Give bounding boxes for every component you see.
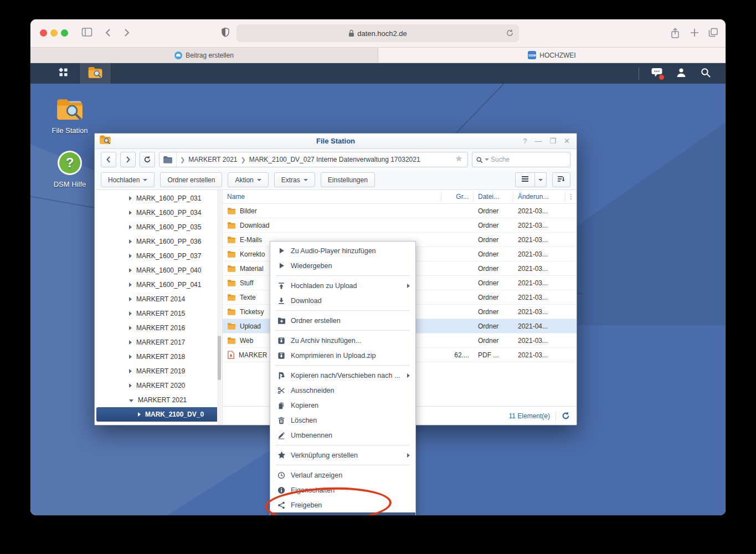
menu-item-download[interactable]: Download [270,293,415,308]
column-header-type[interactable]: Datei... [474,192,513,202]
menu-item-eigenschaften[interactable]: Eigenschaften [270,483,415,497]
menu-item-ordner-erstellen[interactable]: Ordner erstellen [270,313,415,328]
tree-item-mark-1600-pp-041[interactable]: MARK_1600_PP_041 [95,278,222,292]
tree-item-markert-2019[interactable]: MARKERT 2019 [95,364,222,378]
window-minimize-button[interactable]: — [534,137,542,145]
menu-item-komprimieren-in-upload-zip[interactable]: Komprimieren in Upload.zip [270,348,415,363]
tree-collapsed-icon[interactable] [138,412,141,417]
taskbar-file-station-button[interactable] [79,63,111,84]
tree-item-markert-2018[interactable]: MARKERT 2018 [95,350,222,364]
tree-collapsed-icon[interactable] [129,340,132,345]
tree-item-mark-1600-pp-035[interactable]: MARK_1600_PP_035 [95,220,222,234]
nav-refresh-button[interactable] [140,152,155,167]
desktop-icon-dsm-hilfe[interactable]: ? DSM Hilfe [43,150,96,188]
list-view-button[interactable] [515,172,535,187]
view-mode-caret-button[interactable] [535,172,547,187]
tree-collapsed-icon[interactable] [129,239,132,244]
forward-icon[interactable] [121,27,131,40]
tree-item-mark-1600-pp-037[interactable]: MARK_1600_PP_037 [95,249,222,263]
table-row-download[interactable]: DownloadOrdner2021-03... [223,218,577,233]
tree-collapsed-icon[interactable] [129,355,132,359]
menu-item-verlauf-anzeigen[interactable]: Verlauf anzeigen [270,468,415,483]
privacy-shield-icon[interactable] [221,27,230,40]
window-titlebar[interactable]: File Station ? — ❐ ✕ [95,134,577,149]
scrollbar-thumb[interactable] [218,336,221,381]
tree-collapsed-icon[interactable] [129,283,132,287]
search-scope-caret[interactable] [485,158,489,161]
menu-item-zu-archiv-hinzufügen[interactable]: Zu Archiv hinzufügen... [270,333,415,348]
tab-beitrag-erstellen[interactable]: Beitrag erstellen [30,48,378,63]
column-options-icon[interactable]: ⋮ [565,192,577,202]
toolbar-button-aktion[interactable]: Aktion [228,172,268,187]
tree-item-markert-2015[interactable]: MARKERT 2015 [95,306,222,321]
notifications-button[interactable] [647,63,667,84]
main-menu-button[interactable] [47,63,79,84]
new-tab-icon[interactable] [690,27,700,40]
breadcrumb-segment[interactable]: MARKERT 2021 [188,156,237,163]
toolbar-button-hochladen[interactable]: Hochladen [101,172,155,187]
tree-item-markert-2014[interactable]: MARKERT 2014 [95,292,222,306]
menu-item-verknüpfung-erstellen[interactable]: Verknüpfung erstellen [270,448,415,463]
nav-forward-button[interactable] [120,152,136,167]
toolbar-button-extras[interactable]: Extras [274,172,315,187]
tree-item-markert-2016[interactable]: MARKERT 2016 [95,321,222,335]
column-header-name[interactable]: Name [223,192,441,202]
menu-item-hochladen-zu-upload[interactable]: Hochladen zu Upload [270,278,415,293]
tree-item-mark-2100-dv-0[interactable]: MARK_2100_DV_0 [96,407,220,422]
nav-back-button[interactable] [101,152,116,167]
tree-collapsed-icon[interactable] [129,326,132,330]
menu-item-kopieren-nach-verschieben-nach[interactable]: Kopieren nach/Verschieben nach ... [270,368,415,383]
menu-item-ausschneiden[interactable]: Ausschneiden [270,383,415,398]
column-header-modified[interactable]: Änderun... [513,192,565,202]
back-icon[interactable] [104,27,114,40]
search-box[interactable] [472,152,570,167]
tree-item-mark-1600-pp-031[interactable]: MARK_1600_PP_031 [95,191,222,206]
search-button[interactable] [696,63,716,84]
window-help-button[interactable]: ? [523,137,527,145]
window-close-button[interactable]: ✕ [564,137,570,145]
tab-overview-icon[interactable] [708,27,719,40]
tree-item-markert-2021[interactable]: MARKERT 2021 [95,393,222,407]
column-header-size[interactable]: Gr... [441,192,474,202]
tree-collapsed-icon[interactable] [129,254,132,258]
tree-collapsed-icon[interactable] [129,369,132,373]
tree-collapsed-icon[interactable] [129,311,132,316]
tree-collapsed-icon[interactable] [129,211,132,215]
reload-icon[interactable] [506,28,514,39]
minimize-traffic-light[interactable] [50,29,58,37]
tree-collapsed-icon[interactable] [129,196,132,201]
menu-item-zu-audio-player-hinzufügen[interactable]: Zu Audio-Player hinzufügen [270,243,415,258]
tree-expanded-icon[interactable] [129,399,133,402]
tree-item-mark-1600-pp-040[interactable]: MARK_1600_PP_040 [95,263,222,278]
view-mode-split-button[interactable] [515,172,547,187]
sidebar-scrollbar[interactable] [217,190,222,425]
menu-item-kopieren[interactable]: Kopieren [270,398,415,413]
menu-item-umbenennen[interactable]: Umbenennen [270,428,415,443]
tree-collapsed-icon[interactable] [129,225,132,229]
menu-item-dateianforderung-erstellen[interactable]: Dateianforderung erstellen [270,512,415,515]
menu-item-wiedergeben[interactable]: Wiedergeben [270,258,415,273]
search-input[interactable] [491,156,567,163]
zoom-traffic-light[interactable] [61,29,68,37]
favorite-star-icon[interactable] [455,155,467,165]
breadcrumb-root-chip[interactable] [160,152,177,167]
tree-item-markert-2020[interactable]: MARKERT 2020 [95,378,222,393]
share-icon[interactable] [670,27,680,42]
tab-hochzwei[interactable]: DSM HOCHZWEI [378,48,726,63]
user-options-button[interactable] [671,63,691,84]
table-row-bilder[interactable]: BilderOrdner2021-03... [223,204,577,218]
tree-item-mark-1600-pp-036[interactable]: MARK_1600_PP_036 [95,234,222,249]
tree-item-markert-2017[interactable]: MARKERT 2017 [95,335,222,350]
tree-collapsed-icon[interactable] [129,383,132,388]
sidebar-toggle-icon[interactable] [81,27,92,39]
breadcrumb[interactable]: ❯ MARKERT 2021 ❯ MARK_2100_DV_027 Intern… [159,152,468,167]
tree-collapsed-icon[interactable] [129,268,132,273]
desktop-icon-file-station[interactable]: File Station [43,97,96,135]
menu-item-löschen[interactable]: Löschen [270,413,415,428]
breadcrumb-segment[interactable]: MARK_2100_DV_027 Interne Datenverwaltung… [249,156,420,163]
window-maximize-button[interactable]: ❐ [549,137,556,145]
tree-collapsed-icon[interactable] [129,297,132,301]
toolbar-button-ordner-erstellen[interactable]: Ordner erstellen [160,172,222,187]
sort-button[interactable] [552,172,570,187]
menu-item-freigeben[interactable]: Freigeben [270,497,415,512]
